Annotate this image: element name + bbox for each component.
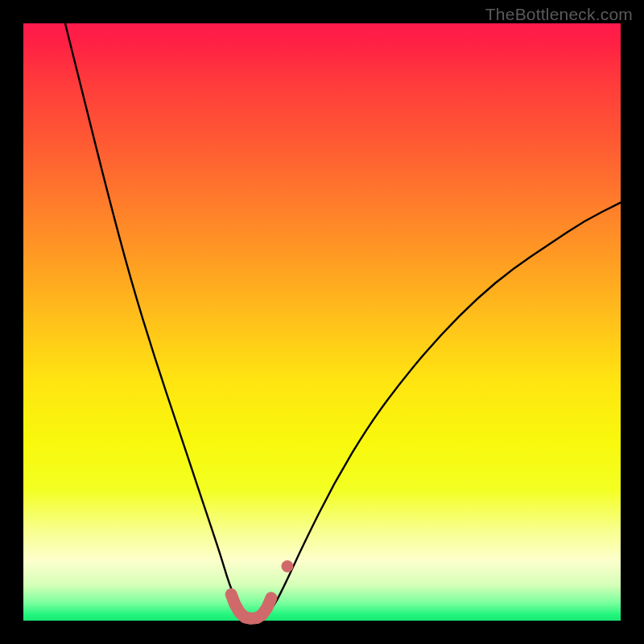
chart-frame (23, 23, 621, 621)
trough-marker-line (231, 594, 271, 618)
trough-marker-dot (281, 560, 293, 572)
bottleneck-plot (23, 23, 621, 621)
watermark-text: TheBottleneck.com (485, 5, 633, 24)
bottleneck-curve (65, 23, 621, 619)
